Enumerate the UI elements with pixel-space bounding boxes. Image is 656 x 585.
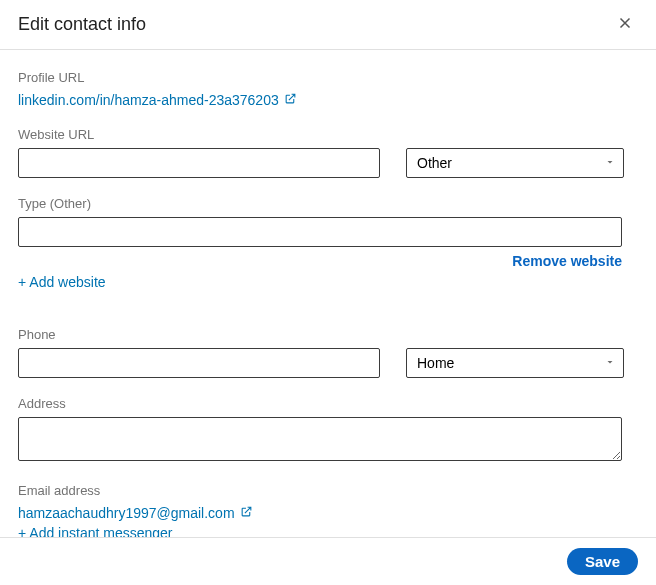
add-im-section: + Add instant messenger [18, 524, 638, 537]
profile-url-section: Profile URL linkedin.com/in/hamza-ahmed-… [18, 70, 638, 109]
remove-website-link[interactable]: Remove website [18, 253, 622, 269]
close-icon [616, 20, 634, 35]
email-label: Email address [18, 483, 638, 498]
phone-type-select-wrap: Home [406, 348, 624, 378]
phone-section: Phone Home [18, 327, 638, 378]
add-website-section: + Add website [18, 273, 638, 291]
type-other-section: Type (Other) Remove website [18, 196, 638, 269]
website-type-select[interactable]: Other [406, 148, 624, 178]
external-link-icon [240, 505, 253, 521]
save-button[interactable]: Save [567, 548, 638, 575]
email-section: Email address hamzaachaudhry1997@gmail.c… [18, 483, 638, 522]
phone-label: Phone [18, 327, 638, 342]
profile-url-label: Profile URL [18, 70, 638, 85]
email-link[interactable]: hamzaachaudhry1997@gmail.com [18, 505, 253, 521]
external-link-icon [284, 92, 297, 108]
website-type-select-wrap: Other [406, 148, 624, 178]
profile-url-text: linkedin.com/in/hamza-ahmed-23a376203 [18, 92, 279, 108]
modal-footer: Save [0, 537, 656, 585]
phone-type-select[interactable]: Home [406, 348, 624, 378]
address-label: Address [18, 396, 638, 411]
type-other-label: Type (Other) [18, 196, 638, 211]
modal-scroll[interactable]: Profile URL linkedin.com/in/hamza-ahmed-… [0, 50, 656, 537]
website-url-label: Website URL [18, 127, 638, 142]
modal-header: Edit contact info [0, 0, 656, 50]
type-other-input[interactable] [18, 217, 622, 247]
website-url-section: Website URL Other [18, 127, 638, 178]
phone-input[interactable] [18, 348, 380, 378]
website-url-row: Other [18, 148, 638, 178]
phone-row: Home [18, 348, 638, 378]
modal-title: Edit contact info [18, 14, 146, 35]
add-website-link[interactable]: + Add website [18, 274, 106, 290]
modal-body: Profile URL linkedin.com/in/hamza-ahmed-… [0, 50, 656, 537]
address-textarea[interactable] [18, 417, 622, 461]
add-im-link[interactable]: + Add instant messenger [18, 525, 173, 537]
website-url-input[interactable] [18, 148, 380, 178]
profile-url-link[interactable]: linkedin.com/in/hamza-ahmed-23a376203 [18, 92, 297, 108]
close-button[interactable] [612, 10, 638, 39]
email-text: hamzaachaudhry1997@gmail.com [18, 505, 235, 521]
address-section: Address [18, 396, 638, 465]
